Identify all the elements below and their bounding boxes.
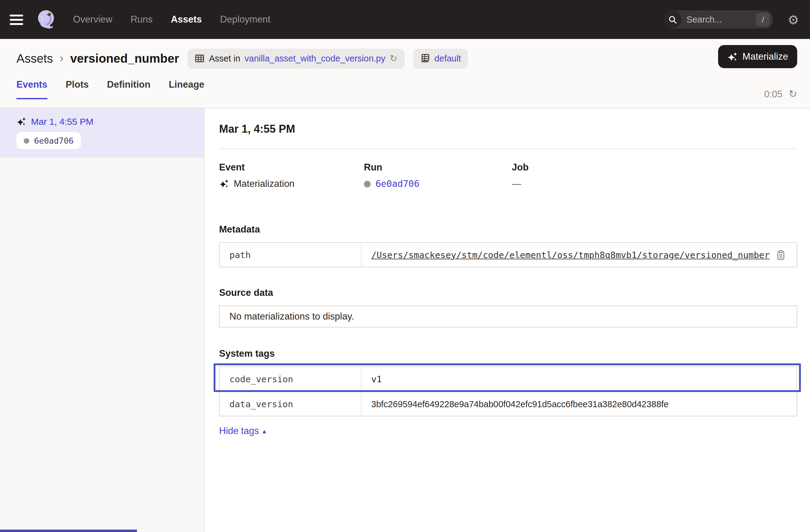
table-grid-icon — [195, 53, 205, 63]
page-header: Assets › versioned_number Asset in vanil… — [0, 39, 810, 108]
sparkle-icon — [16, 116, 26, 126]
content-area: Mar 1, 4:55 PM 6e0ad706 Mar 1, 4:55 PM E… — [0, 108, 810, 532]
run-column-label: Run — [364, 162, 512, 173]
chevron-right-icon: › — [60, 52, 64, 65]
hamburger-menu-icon[interactable] — [10, 14, 23, 25]
metadata-row-path: path /Users/smackesey/stm/code/elementl/… — [220, 243, 797, 267]
nav-link-assets[interactable]: Assets — [171, 14, 202, 25]
dagster-logo-icon[interactable] — [35, 9, 57, 30]
search-icon — [663, 10, 682, 29]
search-shortcut-badge: / — [756, 13, 770, 26]
tag-value: v1 — [361, 367, 797, 391]
job-value: — — [512, 178, 797, 189]
asset-name-title: versioned_number — [70, 51, 179, 65]
nav-link-runs[interactable]: Runs — [131, 14, 152, 25]
refresh-icon[interactable]: ↻ — [789, 88, 797, 100]
group-grid-icon — [421, 53, 430, 63]
event-type-value: Materialization — [234, 178, 294, 189]
metadata-heading: Metadata — [219, 224, 797, 235]
tag-key: data_version — [220, 392, 361, 416]
run-status-dot — [364, 180, 371, 187]
tag-value: 3bfc269594ef649228e9a74bab00f042efc91d5a… — [361, 392, 797, 416]
nav-link-overview[interactable]: Overview — [73, 14, 112, 25]
tab-lineage[interactable]: Lineage — [168, 79, 204, 99]
job-column-label: Job — [512, 162, 797, 173]
event-list-item-selected[interactable]: Mar 1, 4:55 PM 6e0ad706 — [0, 108, 204, 158]
materialize-button[interactable]: Materialize — [718, 45, 797, 68]
asset-tabs: Events Plots Definition Lineage — [0, 79, 810, 99]
system-tags-heading: System tags — [219, 348, 797, 359]
hide-tags-label: Hide tags — [219, 425, 259, 436]
system-tags-table: code_version v1 data_version 3bfc269594e… — [219, 367, 797, 416]
asset-file-link[interactable]: vanilla_asset_with_code_version.py — [245, 53, 386, 63]
event-detail-title: Mar 1, 4:55 PM — [219, 123, 797, 136]
tag-row-code-version: code_version v1 — [220, 367, 797, 391]
run-id-chip[interactable]: 6e0ad706 — [16, 132, 81, 149]
app-viewport: Overview Runs Assets Deployment / ⚙ Asse… — [0, 0, 810, 532]
search-box[interactable]: / — [663, 10, 773, 29]
settings-gear-icon[interactable]: ⚙ — [788, 13, 799, 26]
run-id-label: 6e0ad706 — [34, 136, 74, 145]
tab-plots[interactable]: Plots — [66, 79, 89, 99]
asset-definition-chip[interactable]: Asset in vanilla_asset_with_code_version… — [188, 48, 405, 68]
primary-nav: Overview Runs Assets Deployment — [73, 14, 271, 25]
event-detail-panel: Mar 1, 4:55 PM Event Materialization — [205, 108, 810, 532]
materialize-label: Materialize — [743, 51, 788, 62]
tag-row-data-version: data_version 3bfc269594ef649228e9a74bab0… — [220, 391, 797, 416]
source-data-heading: Source data — [219, 287, 797, 298]
metadata-key: path — [220, 243, 361, 267]
bottom-scrollbar[interactable] — [0, 530, 137, 532]
tag-key: code_version — [220, 367, 361, 391]
asset-chip-prefix: Asset in — [209, 53, 240, 63]
event-summary-row: Event Materialization Run 6e0ad — [219, 162, 797, 189]
nav-link-deployment[interactable]: Deployment — [220, 14, 270, 25]
refresh-timer: 0:05 ↻ — [764, 88, 797, 100]
reload-definition-icon[interactable]: ↻ — [390, 53, 398, 64]
source-data-empty-message: No materializations to display. — [229, 311, 354, 322]
refresh-countdown: 0:05 — [764, 88, 782, 99]
source-data-empty-box: No materializations to display. — [219, 306, 797, 327]
run-status-dot — [24, 138, 29, 143]
caret-up-icon: ▴ — [263, 427, 266, 435]
sparkle-icon — [727, 51, 738, 62]
hide-tags-link[interactable]: Hide tags ▴ — [219, 425, 266, 436]
divider — [219, 148, 797, 149]
metadata-table: path /Users/smackesey/stm/code/elementl/… — [219, 242, 797, 267]
search-input[interactable] — [686, 15, 747, 25]
group-default-link[interactable]: default — [435, 53, 461, 63]
tab-definition[interactable]: Definition — [107, 79, 151, 99]
sparkle-icon — [219, 179, 229, 189]
metadata-path-link[interactable]: /Users/smackesey/stm/code/elementl/oss/t… — [371, 250, 770, 260]
copy-clipboard-icon[interactable] — [776, 250, 785, 260]
tab-events[interactable]: Events — [16, 79, 47, 99]
event-column-label: Event — [219, 162, 364, 173]
breadcrumb: Assets › versioned_number Asset in vanil… — [0, 47, 810, 69]
events-sidebar: Mar 1, 4:55 PM 6e0ad706 — [0, 108, 205, 532]
top-nav: Overview Runs Assets Deployment / ⚙ — [0, 0, 810, 39]
breadcrumb-assets-link[interactable]: Assets — [16, 51, 53, 65]
event-timestamp: Mar 1, 4:55 PM — [31, 116, 93, 127]
group-chip[interactable]: default — [413, 48, 468, 68]
run-id-link[interactable]: 6e0ad706 — [375, 178, 420, 189]
